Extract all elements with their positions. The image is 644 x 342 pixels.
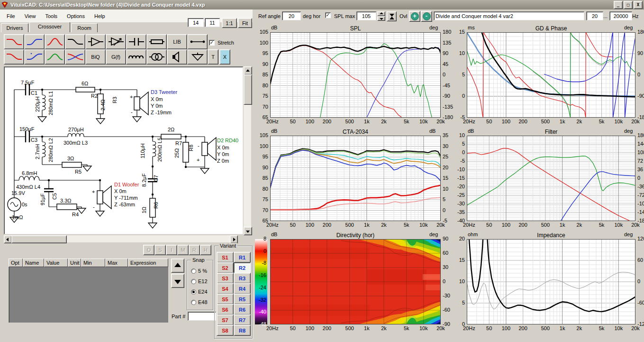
- schematic-canvas[interactable]: 7.5µFC1220µH280mΩ L16ΩR22.4ΩR3+-D3 Tweet…: [4, 66, 243, 234]
- hscroll-thumb[interactable]: [11, 235, 67, 243]
- bandpass-icon: [46, 36, 63, 47]
- tool-biquad[interactable]: BiQ: [85, 49, 106, 65]
- y-right-tick: 90: [443, 50, 448, 56]
- tool-bandpass[interactable]: [45, 34, 65, 49]
- y-right-tick: 60: [637, 257, 643, 263]
- tool-lowpass[interactable]: [4, 34, 24, 49]
- x-tick: 50: [483, 119, 495, 124]
- chart-plot-spl: [270, 32, 441, 118]
- table-header-max: Max: [105, 259, 128, 267]
- y-right-tick: 0: [443, 207, 445, 213]
- schematic-label: 150µF: [19, 126, 35, 132]
- tool-inductor[interactable]: [126, 49, 146, 65]
- tool-shelf[interactable]: [65, 34, 85, 49]
- menu-item-tools[interactable]: Tools: [40, 12, 62, 20]
- tool-buffer[interactable]: [85, 34, 106, 49]
- tool-speaker[interactable]: [167, 49, 187, 65]
- schematic-label: Z 0m: [217, 158, 229, 164]
- variant-button-r5[interactable]: R5: [234, 294, 251, 305]
- y-right-tick: 10: [443, 186, 448, 192]
- part-number-input[interactable]: [188, 312, 216, 321]
- tab-crossover[interactable]: Crossover: [29, 22, 70, 32]
- row-down-button[interactable]: [171, 274, 184, 288]
- variant-button-r3[interactable]: R3: [234, 273, 251, 284]
- tool-lowshelf[interactable]: [4, 49, 24, 65]
- variant-button-s7[interactable]: S7: [217, 314, 234, 325]
- schematic-label: -: [198, 143, 200, 148]
- menu-item-file[interactable]: File: [2, 12, 20, 20]
- overlay-add-button[interactable]: +: [409, 11, 420, 22]
- maximize-button[interactable]: □: [624, 1, 633, 9]
- tool-text[interactable]: T: [208, 49, 218, 65]
- optimizer-button-m[interactable]: M: [177, 245, 189, 255]
- schematic-label: 0s: [22, 202, 27, 207]
- tab-room[interactable]: Room: [71, 23, 98, 32]
- freq-min-input[interactable]: [586, 11, 603, 20]
- variant-button-r4[interactable]: R4: [234, 283, 251, 294]
- app-icon: [1, 1, 8, 8]
- tool-highpass[interactable]: [24, 34, 45, 49]
- tool-capacitor[interactable]: [126, 34, 146, 49]
- spl-max-input[interactable]: [356, 11, 376, 20]
- menu-item-help[interactable]: Help: [90, 12, 110, 20]
- tool-ground[interactable]: [187, 49, 208, 65]
- tool-opamp[interactable]: [106, 34, 126, 49]
- optimizer-button-i[interactable]: I: [166, 245, 177, 255]
- menu-item-view[interactable]: View: [20, 12, 41, 20]
- snap-option-5[interactable]: 5 %: [191, 268, 207, 274]
- freq-max-input[interactable]: [609, 11, 632, 20]
- schematic-label: 8.2µF: [141, 173, 147, 187]
- snap-option-E12[interactable]: E12: [191, 278, 208, 284]
- optimizer-button-o[interactable]: O: [143, 245, 154, 255]
- tool-wire[interactable]: [187, 34, 208, 49]
- variant-button-r7[interactable]: R7: [234, 314, 251, 325]
- minimize-button[interactable]: _: [614, 1, 623, 9]
- menu-item-options[interactable]: Options: [62, 12, 90, 20]
- tool-highshelf[interactable]: [24, 49, 45, 65]
- tool-resistor[interactable]: [146, 34, 167, 49]
- variant-button-r1[interactable]: R1: [234, 252, 251, 263]
- close-button[interactable]: X: [634, 1, 643, 9]
- variant-button-s4[interactable]: S4: [217, 283, 234, 294]
- tool-peak[interactable]: [45, 49, 65, 65]
- tab-drivers[interactable]: Drivers: [1, 23, 28, 32]
- variant-name-input[interactable]: [434, 11, 584, 20]
- x-tick: 100: [304, 222, 316, 228]
- chart-title: SPL: [270, 25, 441, 32]
- tool-delete[interactable]: X: [219, 49, 230, 65]
- tool-gain[interactable]: G(f): [106, 49, 126, 65]
- chart-title: Impedance: [467, 232, 635, 239]
- variant-button-s3[interactable]: S3: [217, 273, 234, 284]
- variant-button-s2[interactable]: S2: [217, 262, 234, 273]
- x-tick: 200: [321, 119, 333, 124]
- spl-max-spinner[interactable]: [377, 11, 385, 20]
- variant-button-s6[interactable]: S6: [217, 304, 234, 315]
- optimizer-button-r[interactable]: R: [189, 245, 200, 255]
- spl-max-checkbox[interactable]: ✓: [325, 12, 331, 18]
- tool-transformer[interactable]: [146, 49, 167, 65]
- row-up-button[interactable]: [171, 259, 184, 273]
- series-bandpass-d2: [467, 156, 635, 205]
- schematic-vscrollbar[interactable]: [244, 66, 251, 234]
- ref-angle-label: Ref angle: [258, 13, 281, 19]
- vscroll-thumb[interactable]: [244, 74, 252, 105]
- variant-button-r6[interactable]: R6: [234, 304, 251, 315]
- schematic-label: R3: [112, 97, 118, 103]
- stretch-checkbox[interactable]: ✓: [209, 40, 215, 46]
- snap-option-E24[interactable]: E24: [191, 289, 208, 295]
- variant-button-s1[interactable]: S1: [217, 252, 234, 263]
- overlay-remove-button[interactable]: -: [421, 11, 432, 22]
- schematic-hscrollbar[interactable]: [4, 235, 237, 242]
- variant-button-r8[interactable]: R8: [234, 325, 251, 336]
- variant-button-s8[interactable]: S8: [217, 325, 234, 336]
- snap-option-E48[interactable]: E48: [191, 299, 208, 305]
- tool-crossover[interactable]: [65, 49, 85, 65]
- optimizer-button-h[interactable]: H: [200, 245, 211, 255]
- spl-max-auto-button[interactable]: [387, 11, 397, 21]
- ref-angle-input[interactable]: [282, 11, 301, 20]
- variant-button-r2[interactable]: R2: [234, 262, 251, 273]
- tool-library[interactable]: LIB: [167, 34, 187, 49]
- schematic-label: R8: [188, 145, 194, 151]
- variant-button-s5[interactable]: S5: [217, 294, 234, 305]
- optimizer-button-s[interactable]: S: [154, 245, 166, 255]
